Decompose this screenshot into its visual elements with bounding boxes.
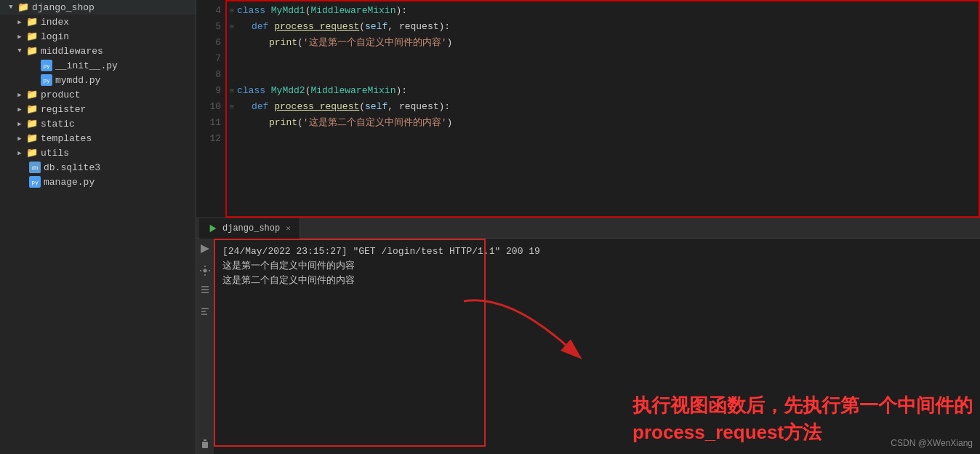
sidebar-item-label: index bbox=[41, 17, 69, 28]
folder-icon: 📁 bbox=[26, 147, 38, 159]
sidebar-item-static[interactable]: ▶ 📁 static bbox=[0, 116, 196, 131]
sidebar-item-label: static bbox=[41, 119, 75, 130]
folder-icon: 📁 bbox=[26, 89, 38, 100]
code-line-11: ⊟ print('这是第二个自定义中间件的内容') bbox=[225, 115, 980, 131]
folder-icon: 📁 bbox=[26, 118, 38, 130]
terminal-tab[interactable]: django_shop ✕ bbox=[199, 218, 300, 239]
sidebar-item-manage-py[interactable]: py manage.py bbox=[0, 175, 196, 189]
bottom-panel: django_shop ✕ bbox=[196, 218, 980, 454]
sidebar: ▼ 📁 django_shop ▶ 📁 index ▶ 📁 login ▼ 📁 … bbox=[0, 0, 196, 454]
chevron-right-icon: ▶ bbox=[15, 89, 25, 100]
svg-marker-0 bbox=[210, 224, 217, 232]
sidebar-item-middlewares[interactable]: ▼ 📁 middlewares bbox=[0, 44, 196, 58]
code-line-8 bbox=[225, 67, 980, 83]
code-line-6: ⊟ print('这是第一个自定义中间件的内容') bbox=[225, 35, 980, 51]
spacer: ⊟ bbox=[228, 119, 236, 127]
sidebar-item-utils[interactable]: ▶ 📁 utils bbox=[0, 146, 196, 160]
terminal-tab-label: django_shop bbox=[222, 223, 280, 234]
chevron-down-icon: ▼ bbox=[15, 46, 25, 56]
sidebar-item-mymdd-py[interactable]: py mymdd.py bbox=[0, 73, 196, 87]
spacer bbox=[15, 176, 26, 188]
sidebar-item-label: product bbox=[41, 89, 81, 100]
sidebar-item-label: manage.py bbox=[44, 177, 95, 188]
spacer bbox=[26, 74, 38, 86]
terminal-content: [24/May/2022 23:15:27] "GET /login/test … bbox=[214, 239, 980, 454]
terminal-area: [24/May/2022 23:15:27] "GET /login/test … bbox=[214, 239, 980, 454]
settings-icon[interactable] bbox=[199, 265, 211, 276]
fold-icon[interactable]: ⊟ bbox=[228, 23, 236, 31]
chevron-right-icon: ▶ bbox=[15, 119, 25, 129]
fold-icon[interactable]: ⊟ bbox=[228, 87, 236, 95]
sidebar-item-label: utils bbox=[41, 148, 69, 159]
fold-icon[interactable]: ⊟ bbox=[228, 103, 236, 111]
run-console-icon[interactable] bbox=[199, 243, 211, 255]
chevron-down-icon: ▼ bbox=[6, 2, 16, 12]
chevron-right-icon: ▶ bbox=[15, 31, 25, 41]
sidebar-item-label: django_shop bbox=[32, 2, 95, 13]
code-content: ⊟ class MyMdd1(MiddlewareMixin): ⊟ def p… bbox=[225, 0, 980, 218]
terminal-tab-bar: django_shop ✕ bbox=[196, 218, 980, 239]
file-python-icon: py bbox=[41, 60, 52, 71]
list-icon[interactable] bbox=[199, 284, 211, 295]
sidebar-item-product[interactable]: ▶ 📁 product bbox=[0, 87, 196, 102]
terminal-output-line2: 这是第二个自定义中间件的内容 bbox=[222, 274, 971, 288]
file-python-icon: py bbox=[41, 74, 52, 86]
chevron-right-icon: ▶ bbox=[15, 104, 25, 114]
spacer: ⊟ bbox=[228, 39, 236, 47]
code-line-4: ⊟ class MyMdd1(MiddlewareMixin): bbox=[225, 3, 980, 19]
spacer bbox=[15, 162, 26, 173]
folder-open-icon: 📁 bbox=[26, 45, 38, 57]
folder-icon: 📁 bbox=[26, 103, 38, 115]
chevron-right-icon: ▶ bbox=[15, 17, 25, 27]
file-python-icon: py bbox=[29, 176, 41, 188]
sidebar-item-label: middlewares bbox=[41, 46, 103, 57]
left-icon-bar bbox=[196, 239, 214, 454]
line-numbers: 4 5 6 7 8 9 10 11 12 bbox=[196, 0, 225, 218]
folder-icon: 📁 bbox=[26, 16, 38, 28]
folder-open-icon: 📁 bbox=[17, 1, 29, 13]
sidebar-item-db-sqlite3[interactable]: db db.sqlite3 bbox=[0, 160, 196, 175]
file-db-icon: db bbox=[29, 162, 41, 173]
main-area: 4 5 6 7 8 9 10 11 12 ⊟ class MyMdd1(Midd… bbox=[196, 0, 980, 454]
sidebar-item-login[interactable]: ▶ 📁 login bbox=[0, 29, 196, 44]
code-line-10: ⊟ def process_request(self, request): bbox=[225, 99, 980, 115]
folder-icon: 📁 bbox=[26, 132, 38, 144]
terminal-output-line1: 这是第一个自定义中间件的内容 bbox=[222, 259, 971, 274]
code-line-12 bbox=[225, 131, 980, 147]
trash-icon[interactable] bbox=[199, 438, 211, 450]
chevron-right-icon: ▶ bbox=[15, 133, 25, 143]
code-editor: 4 5 6 7 8 9 10 11 12 ⊟ class MyMdd1(Midd… bbox=[196, 0, 980, 218]
code-line-5: ⊟ def process_request(self, request): bbox=[225, 19, 980, 35]
bottom-with-icons: [24/May/2022 23:15:27] "GET /login/test … bbox=[196, 239, 980, 454]
close-icon[interactable]: ✕ bbox=[286, 223, 291, 233]
watermark: CSDN @XWenXiang bbox=[891, 438, 973, 448]
list-icon2[interactable] bbox=[199, 306, 211, 317]
svg-rect-9 bbox=[202, 442, 208, 448]
sidebar-item-register[interactable]: ▶ 📁 register bbox=[0, 102, 196, 116]
code-line-7 bbox=[225, 51, 980, 67]
svg-point-2 bbox=[204, 269, 207, 273]
code-box: 4 5 6 7 8 9 10 11 12 ⊟ class MyMdd1(Midd… bbox=[196, 0, 980, 218]
sidebar-item-templates[interactable]: ▶ 📁 templates bbox=[0, 131, 196, 146]
sidebar-item-init-py[interactable]: py __init__.py bbox=[0, 58, 196, 73]
spacer bbox=[26, 60, 38, 71]
run-icon bbox=[208, 223, 218, 234]
sidebar-item-label: db.sqlite3 bbox=[44, 162, 100, 173]
sidebar-item-label: __init__.py bbox=[55, 60, 118, 71]
sidebar-item-label: login bbox=[41, 31, 69, 42]
svg-marker-1 bbox=[201, 244, 209, 253]
terminal-log-line: [24/May/2022 23:15:27] "GET /login/test … bbox=[222, 244, 971, 259]
sidebar-item-index[interactable]: ▶ 📁 index bbox=[0, 15, 196, 29]
sidebar-item-label: register bbox=[41, 104, 86, 115]
folder-icon: 📁 bbox=[26, 31, 38, 42]
code-line-9: ⊟ class MyMdd2(MiddlewareMixin): bbox=[225, 83, 980, 99]
chevron-right-icon: ▶ bbox=[15, 148, 25, 158]
fold-icon[interactable]: ⊟ bbox=[228, 7, 236, 15]
sidebar-item-django-shop[interactable]: ▼ 📁 django_shop bbox=[0, 0, 196, 15]
sidebar-item-label: templates bbox=[41, 133, 92, 144]
sidebar-item-label: mymdd.py bbox=[55, 75, 100, 86]
